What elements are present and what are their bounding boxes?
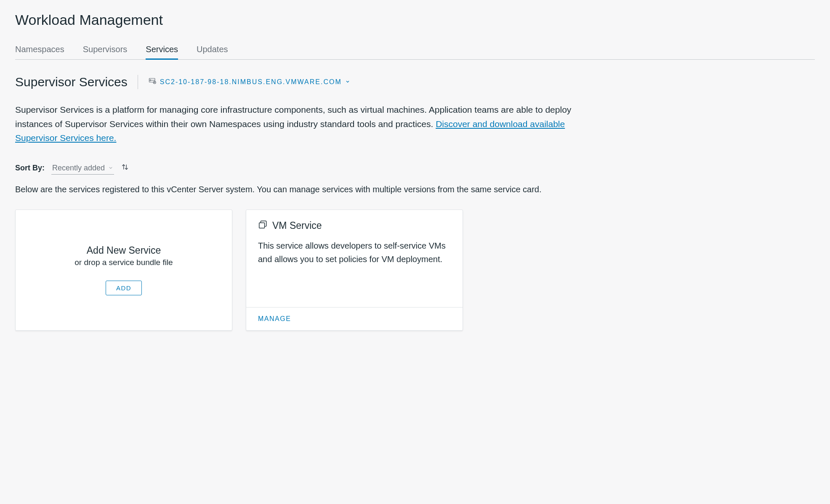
sort-select[interactable]: Recently added [51, 162, 114, 175]
service-card-title: VM Service [272, 220, 322, 231]
add-service-card[interactable]: Add New Service or drop a service bundle… [15, 210, 232, 331]
tab-updates[interactable]: Updates [197, 40, 228, 60]
sort-direction-toggle[interactable] [121, 163, 129, 173]
vm-service-icon [258, 220, 267, 231]
tabs: Namespaces Supervisors Services Updates [15, 40, 815, 60]
subheader: Supervisor Services SC2-10-187-98-18.NIM… [15, 75, 815, 89]
chevron-down-icon [345, 78, 350, 86]
vm-service-card: VM Service This service allows developer… [246, 210, 463, 331]
add-button[interactable]: ADD [106, 281, 142, 295]
server-selector[interactable]: SC2-10-187-98-18.NIMBUS.ENG.VMWARE.COM [148, 77, 350, 87]
tab-supervisors[interactable]: Supervisors [83, 40, 128, 60]
server-label: SC2-10-187-98-18.NIMBUS.ENG.VMWARE.COM [160, 78, 342, 86]
manage-button[interactable]: MANAGE [258, 315, 291, 322]
tab-namespaces[interactable]: Namespaces [15, 40, 64, 60]
description-text: Supervisor Services is a platform for ma… [15, 103, 604, 145]
sort-selected-value: Recently added [52, 164, 105, 172]
sort-row: Sort By: Recently added [15, 162, 815, 175]
tab-services[interactable]: Services [146, 40, 178, 60]
add-service-title: Add New Service [87, 245, 161, 256]
add-service-subtitle: or drop a service bundle file [74, 258, 173, 267]
svg-point-2 [150, 81, 151, 81]
sort-by-label: Sort By: [15, 164, 45, 172]
svg-point-1 [150, 80, 151, 80]
page-title: Workload Management [15, 12, 815, 28]
svg-rect-5 [259, 223, 265, 228]
chevron-down-icon [108, 164, 113, 172]
subheader-title: Supervisor Services [15, 75, 138, 89]
service-card-description: This service allows developers to self-s… [258, 239, 451, 266]
vcenter-icon [148, 77, 157, 87]
cards-container: Add New Service or drop a service bundle… [15, 210, 815, 331]
sub-description: Below are the services registered to thi… [15, 185, 815, 194]
